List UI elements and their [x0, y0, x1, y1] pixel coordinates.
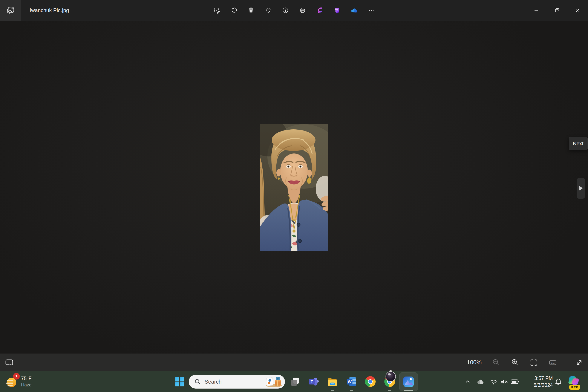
- trash-icon: [247, 7, 255, 14]
- restore-button[interactable]: [547, 0, 567, 21]
- photos-app-menu-button[interactable]: [0, 0, 21, 21]
- status-bar: 100%: [0, 354, 588, 371]
- zoom-controls: 100%: [467, 354, 585, 371]
- wifi-icon: [489, 378, 498, 386]
- fit-to-window-button[interactable]: [528, 357, 540, 368]
- taskbar-center: Search: [172, 371, 419, 392]
- filmstrip-icon: [4, 358, 14, 367]
- clock[interactable]: 3:57 PM 6/3/2024: [525, 371, 553, 392]
- taskbar-photos-icon[interactable]: [399, 372, 418, 391]
- photos-taskbar-icon: [403, 376, 414, 388]
- search-highlight-art: [265, 376, 283, 388]
- copilot-button[interactable]: PRE: [566, 371, 582, 392]
- task-view-icon: [290, 376, 300, 387]
- weather-haze-icon: 1: [5, 375, 18, 388]
- running-indicator-explorer: [331, 390, 334, 391]
- zoom-in-button[interactable]: [509, 357, 521, 368]
- next-button[interactable]: [576, 178, 585, 199]
- actual-size-icon: 1:1: [548, 358, 558, 367]
- viewer-canvas: Next: [0, 21, 588, 354]
- titlebar: Iwanchuk Pic.jpg: [0, 0, 588, 21]
- running-indicator-word: [350, 390, 353, 391]
- taskbar-file-explorer-icon[interactable]: [326, 371, 339, 392]
- close-button[interactable]: [567, 0, 588, 21]
- onedrive-tray-icon: [476, 378, 485, 385]
- minimize-button[interactable]: [526, 0, 547, 21]
- statusbar-divider: [19, 356, 19, 368]
- notification-count-badge: 1: [13, 373, 20, 380]
- volume-muted-icon: [500, 378, 508, 386]
- edit-image-button[interactable]: [212, 6, 221, 15]
- taskbar-chrome-secondary-icon[interactable]: [383, 371, 396, 392]
- zoom-out-icon: [491, 358, 501, 367]
- word-glyph: W: [348, 380, 352, 384]
- info-button[interactable]: [281, 6, 290, 15]
- see-more-button[interactable]: [367, 6, 376, 15]
- clipchamp-icon: [333, 7, 341, 14]
- window-title: Iwanchuk Pic.jpg: [30, 0, 69, 21]
- zoom-level-label: 100%: [467, 359, 482, 366]
- actual-size-button[interactable]: 1:1: [547, 357, 558, 368]
- filmstrip-toggle-button[interactable]: [4, 356, 15, 368]
- wifi-button[interactable]: [488, 371, 499, 392]
- photos-app-icon: [5, 5, 15, 15]
- show-hidden-icons-button[interactable]: [463, 371, 472, 392]
- rotate-icon: [230, 7, 238, 14]
- print-button[interactable]: [298, 6, 307, 15]
- actual-size-label: 1:1: [551, 361, 555, 364]
- search-icon: [194, 378, 201, 385]
- statusbar-divider-2: [566, 356, 566, 368]
- word-icon: W: [346, 376, 357, 387]
- clipchamp-button[interactable]: [332, 6, 342, 15]
- weather-widget[interactable]: 1 75°F Haze: [5, 371, 32, 392]
- minimize-icon: [533, 7, 540, 14]
- designer-button[interactable]: [315, 6, 324, 15]
- teams-icon: T: [308, 376, 319, 387]
- photos-app-window: Iwanchuk Pic.jpg: [0, 0, 588, 392]
- taskbar-chrome-icon[interactable]: [364, 371, 377, 392]
- zoom-out-button[interactable]: [490, 357, 502, 368]
- zoom-in-icon: [510, 358, 520, 367]
- close-icon: [574, 7, 581, 14]
- photo-iwanchuk: [260, 124, 328, 251]
- next-tooltip: Next: [569, 137, 588, 150]
- next-arrow-icon: [579, 186, 583, 191]
- onedrive-cloud-icon: [350, 7, 358, 14]
- running-indicator-chrome: [388, 390, 391, 391]
- search-box[interactable]: Search: [189, 375, 285, 388]
- window-controls: [526, 0, 588, 21]
- notifications-button[interactable]: [553, 371, 564, 392]
- next-tooltip-label: Next: [573, 140, 583, 146]
- onedrive-share-button[interactable]: [350, 6, 359, 15]
- tray-time: 3:57 PM: [534, 375, 553, 382]
- info-icon: [282, 7, 289, 14]
- delete-button[interactable]: [246, 6, 256, 15]
- heart-icon: [264, 7, 272, 14]
- favorite-button[interactable]: [264, 6, 273, 15]
- start-button[interactable]: [172, 371, 186, 392]
- taskbar-teams-icon[interactable]: T: [307, 371, 320, 392]
- viewer-toolbar: [212, 0, 376, 21]
- active-indicator-photos: [404, 390, 413, 391]
- windows-start-icon: [174, 376, 184, 387]
- chrome-icon: [365, 376, 376, 387]
- bell-icon: [554, 378, 563, 386]
- battery-icon: [510, 378, 520, 386]
- teams-glyph: T: [310, 380, 313, 384]
- volume-muted-button[interactable]: [499, 371, 509, 392]
- fullscreen-button[interactable]: [574, 357, 585, 368]
- designer-icon: [316, 7, 324, 14]
- print-icon: [299, 7, 306, 14]
- onedrive-tray-button[interactable]: [475, 371, 486, 392]
- restore-icon: [554, 7, 561, 14]
- fit-to-window-icon: [529, 358, 538, 367]
- copilot-icon: PRE: [568, 375, 580, 388]
- rotate-button[interactable]: [229, 6, 238, 15]
- copilot-pre-badge: PRE: [569, 385, 580, 390]
- weather-condition: Haze: [21, 382, 32, 388]
- tray-date: 6/3/2024: [534, 382, 553, 388]
- task-view-button[interactable]: [288, 371, 302, 392]
- taskbar-word-icon[interactable]: W: [345, 371, 358, 392]
- battery-button[interactable]: [509, 371, 520, 392]
- chevron-up-icon: [464, 378, 471, 385]
